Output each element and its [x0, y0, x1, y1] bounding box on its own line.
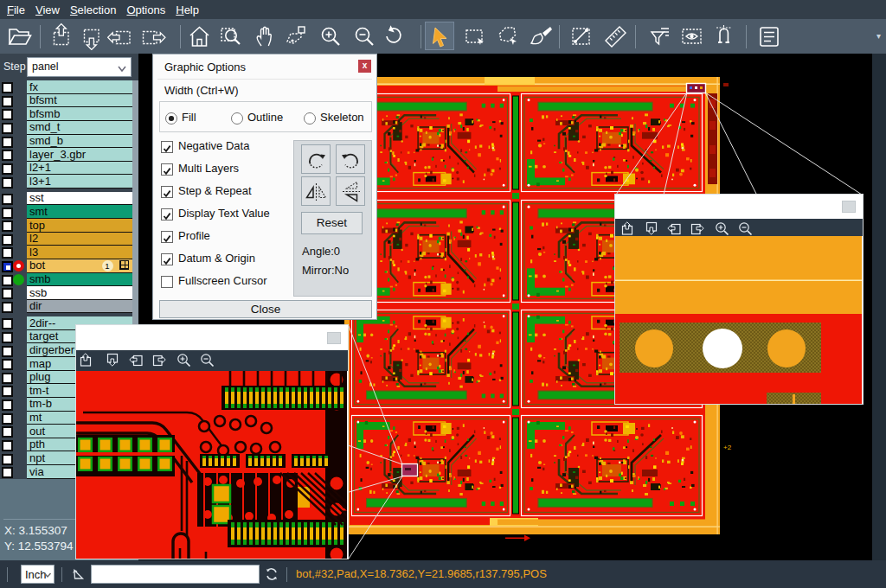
svg-text:+2: +2	[723, 444, 732, 451]
